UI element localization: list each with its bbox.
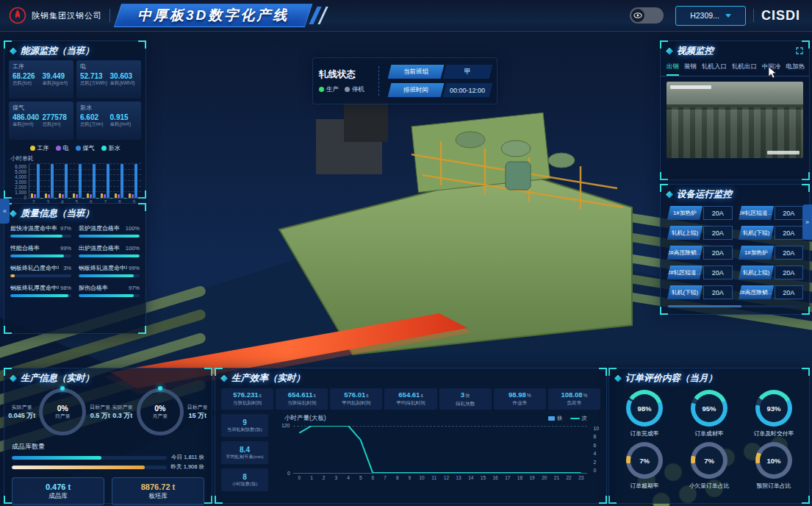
page-title-plaque: 中厚板3D数字化产线 (114, 4, 313, 27)
quality-item: 探伤合格率97% (79, 284, 140, 297)
legend-dot (101, 146, 107, 151)
efficiency-side-stat: 9当班轧制块数(块) (221, 414, 268, 437)
gridline (29, 191, 141, 192)
progress-track (10, 274, 71, 277)
page-title: 中厚板3D数字化产线 (137, 6, 289, 25)
donut-label: 订单完成率 (630, 430, 659, 438)
panel-header: 能源监控（当班） (4, 41, 145, 60)
metric-value: 52.713 (80, 72, 107, 80)
collapse-right-tab[interactable]: » (802, 204, 812, 240)
stat-label: 平均轧制时间 (331, 400, 381, 407)
video-tab-轧机入口[interactable]: 轧机入口 (702, 61, 727, 76)
legend-dot (345, 87, 350, 92)
quality-row: 钢板终轧温度命中率99% (79, 264, 140, 272)
bar (87, 193, 89, 198)
donut-percent: 98% (637, 405, 651, 413)
status-row: 排班时间00:00-12:00 (387, 83, 491, 97)
donut-ring: 7% (626, 442, 663, 479)
equipment-label: 2#高压除鳞… (738, 285, 773, 299)
axis-tick: 21 (550, 475, 563, 480)
line-selector-dropdown[interactable]: H2309... (675, 6, 746, 26)
equipment-scrollbar[interactable] (668, 305, 802, 307)
card-value: 0.476 t (46, 482, 71, 491)
metric-value: 6.602 (80, 113, 107, 121)
donut-label: 订单超期率 (630, 482, 659, 490)
axis-tick: 12 (440, 475, 453, 480)
stat-value: 8 (242, 473, 247, 481)
metric-value: 0.915 (110, 113, 137, 121)
donut-hole: 93% (760, 394, 788, 422)
order-gauge: 95%订单成材率 (678, 390, 740, 438)
stat-value: 0.045 万t (8, 411, 35, 421)
energy-card: 电52.713总耗(万kWh)30.603单耗(kWh/t) (76, 60, 141, 99)
energy-chart: 6,0005,0004,0003,0002,0001,0000 (9, 164, 141, 199)
energy-group-label: 煤气 (12, 104, 70, 112)
quality-label: 出炉温度合格率 (79, 244, 120, 252)
quality-label: 超快冷温度命中率 (10, 224, 57, 232)
quality-item: 钢板终轧温度命中率99% (79, 264, 140, 277)
video-feed[interactable] (667, 82, 803, 158)
inventory-title: 成品库数量 (12, 442, 212, 452)
stat-unit: % (527, 393, 531, 398)
gridline (29, 169, 141, 170)
visibility-toggle[interactable] (630, 7, 664, 24)
order-gauge: 93%订单及时交付率 (743, 390, 805, 438)
equipment-value: 20A (775, 285, 803, 299)
axis-tick: 19 (526, 475, 539, 480)
chart-title: 小时产量(大板) (284, 414, 326, 423)
bar (76, 194, 78, 198)
chevron-down-icon (725, 14, 731, 18)
energy-metrics: 486.040单耗(m³/t)277578总耗(m³) (12, 113, 70, 128)
company-name: 陕钢集团汉钢公司 (32, 10, 102, 21)
axis-tick: 9 (403, 475, 416, 480)
production-info-panel: 生产信息（实时） 实际产量0.045 万t0%日产量目标产量0.5 万t实际产量… (4, 368, 212, 504)
donut-ring: 7% (691, 442, 727, 479)
stat-label: 平均待轧时间 (386, 400, 435, 407)
quality-item: 性能合格率99% (10, 244, 71, 257)
progress-fill (12, 466, 145, 469)
panel-title: 订单评价内容（当月） (625, 372, 717, 385)
donut-percent: 93% (766, 405, 780, 413)
equipment-label: 轧机(下辊) (738, 226, 773, 240)
energy-chart-yaxis: 6,0005,0004,0003,0002,0001,0000 (9, 164, 29, 198)
diamond-icon (10, 375, 17, 382)
legend-label: 工序 (37, 144, 49, 152)
donut-percent: 95% (702, 405, 716, 413)
efficiency-stat: 654.61s平均待轧时间 (384, 388, 436, 410)
bar (132, 194, 134, 198)
donut-label: 预留订单占比 (757, 482, 791, 490)
video-tab-轧机出口[interactable]: 轧机出口 (732, 61, 757, 76)
axis-tick: 1 (306, 475, 318, 480)
progress-fill (79, 235, 140, 238)
stat-label: 作业率 (495, 400, 545, 407)
efficiency-stat: 3块待轧块数 (439, 388, 492, 410)
diamond-icon (614, 375, 622, 382)
stat-label: 待轧块数 (441, 401, 490, 407)
scrollbar-thumb[interactable] (668, 305, 741, 307)
donut-label: 小欠量订单占比 (689, 482, 730, 490)
stat-label: 当班待轧时间 (277, 400, 326, 407)
rolling-status-title: 轧线状态 (319, 68, 372, 81)
panel-title: 生产效率（实时） (231, 372, 305, 385)
video-tab-出钢[interactable]: 出钢 (667, 61, 679, 76)
equipment-item: 2#高压除鳞…20A (738, 285, 804, 299)
axis-tick: 2,000 (15, 185, 26, 190)
collapse-left-tab[interactable]: « (0, 199, 10, 224)
energy-metric: 52.713总耗(万kWh) (80, 72, 107, 87)
equipment-value: 20A (775, 246, 803, 260)
bar (62, 194, 64, 198)
axis-tick: 6 (593, 443, 599, 448)
panel-title: 生产信息（实时） (21, 372, 94, 385)
hourly-output-chart: 小时产量(大板) 块次 120 0 1086420 01234567891011… (274, 414, 600, 491)
video-tab-装钢[interactable]: 装钢 (684, 61, 697, 76)
metric-label: 总耗(万m³) (80, 121, 107, 128)
quality-row: 装炉温度合格率100% (79, 224, 140, 232)
quality-row: 钢板终轧凸度命中率3% (10, 264, 71, 272)
axis-tick: 10 (593, 426, 599, 431)
chart-xaxis: 01234567891011121314151617181920212223 (293, 475, 587, 480)
gauge-ring: 0%日产量 (39, 388, 86, 435)
bar (115, 193, 117, 198)
video-tab-电加热[interactable]: 电加热 (786, 61, 805, 76)
axis-tick: 18 (514, 475, 526, 480)
energy-card: 新水6.602总耗(万m³)0.915单耗(m³/t) (76, 101, 141, 140)
